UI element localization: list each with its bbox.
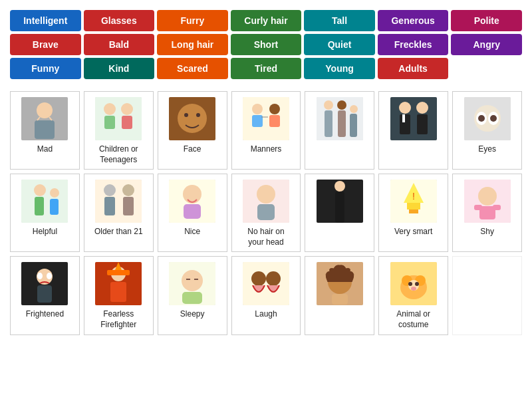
card-image-person_sad bbox=[21, 97, 68, 140]
svg-rect-7 bbox=[104, 116, 115, 129]
svg-rect-54 bbox=[257, 204, 275, 220]
card-label: Face bbox=[184, 144, 201, 155]
tag-short[interactable]: Short bbox=[231, 34, 302, 55]
card-face[interactable]: Face bbox=[158, 91, 227, 170]
tag-furry[interactable]: Furry bbox=[157, 10, 228, 31]
card-tall_people[interactable] bbox=[305, 91, 374, 170]
svg-point-45 bbox=[104, 184, 116, 196]
svg-point-56 bbox=[334, 181, 345, 192]
svg-point-79 bbox=[182, 270, 203, 291]
card-image-laugh bbox=[243, 262, 289, 305]
tag-bald[interactable]: Bald bbox=[84, 34, 155, 55]
card-animal[interactable]: Animal or costume bbox=[378, 256, 448, 334]
card-laugh[interactable]: Laugh bbox=[231, 256, 301, 334]
tag-scared[interactable]: Scared bbox=[157, 58, 228, 79]
svg-rect-44 bbox=[95, 180, 142, 223]
svg-point-11 bbox=[178, 104, 207, 133]
tag-curly-hair[interactable]: Curly hair bbox=[231, 10, 302, 31]
tag-tired[interactable]: Tired bbox=[231, 58, 302, 79]
svg-point-47 bbox=[122, 184, 134, 196]
card-label: Older than 21 bbox=[94, 227, 143, 237]
card-image-helpful bbox=[21, 180, 68, 223]
tag-glasses[interactable]: Glasses bbox=[84, 10, 155, 31]
svg-rect-27 bbox=[390, 97, 437, 140]
card-bald_person[interactable]: No hair on your head bbox=[231, 174, 301, 252]
tag-funny[interactable]: Funny bbox=[10, 58, 81, 79]
tag-adults[interactable]: Adults bbox=[378, 58, 449, 79]
card-label: Fearless Firefighter bbox=[100, 309, 136, 330]
card-image-eyes bbox=[464, 97, 511, 140]
card-very_smart[interactable]: !Very smart bbox=[378, 174, 448, 252]
tag-kind[interactable]: Kind bbox=[84, 58, 155, 79]
tags-container: IntelligentGlassesFurryCurly hairTallGen… bbox=[10, 10, 522, 79]
svg-point-94 bbox=[408, 282, 412, 286]
svg-point-12 bbox=[184, 113, 188, 117]
card-children[interactable]: Children or Teenagers bbox=[84, 91, 154, 170]
card-firefighter[interactable]: Fearless Firefighter bbox=[84, 256, 154, 334]
card-image-formal_people bbox=[390, 97, 437, 140]
card-curly_hair_person[interactable] bbox=[305, 256, 374, 334]
svg-rect-76 bbox=[107, 270, 130, 275]
tag-brave[interactable]: Brave bbox=[10, 34, 81, 55]
svg-rect-75 bbox=[110, 282, 126, 302]
svg-point-13 bbox=[196, 113, 200, 117]
svg-text:!: ! bbox=[412, 191, 415, 201]
card-image-older bbox=[95, 180, 142, 223]
card-sleepy[interactable]: Sleepy bbox=[158, 256, 227, 334]
svg-point-15 bbox=[252, 104, 263, 114]
svg-point-25 bbox=[350, 105, 358, 113]
tag-polite[interactable]: Polite bbox=[451, 10, 522, 31]
svg-rect-5 bbox=[95, 97, 142, 140]
image-grid: MadChildren or TeenagersFaceMannersEyesH… bbox=[10, 91, 522, 335]
card-image-frightened bbox=[21, 262, 68, 305]
svg-point-72 bbox=[47, 273, 52, 279]
tag-long-hair[interactable]: Long hair bbox=[157, 34, 228, 55]
svg-rect-41 bbox=[35, 197, 44, 215]
svg-point-17 bbox=[269, 104, 280, 114]
svg-rect-24 bbox=[338, 110, 346, 137]
svg-rect-9 bbox=[122, 116, 132, 129]
svg-point-64 bbox=[478, 187, 497, 205]
card-image-children bbox=[95, 97, 142, 140]
card-helpful[interactable]: Helpful bbox=[10, 174, 80, 252]
svg-rect-51 bbox=[184, 204, 201, 219]
svg-rect-88 bbox=[332, 294, 348, 305]
card-frightened[interactable]: Frightened bbox=[10, 256, 80, 334]
tag-tall[interactable]: Tall bbox=[304, 10, 375, 31]
card-shy[interactable]: Shy bbox=[452, 174, 522, 252]
tag-generous[interactable]: Generous bbox=[378, 10, 449, 31]
svg-rect-60 bbox=[407, 203, 420, 209]
card-formal_people[interactable] bbox=[378, 91, 448, 170]
svg-rect-46 bbox=[104, 197, 115, 215]
svg-rect-80 bbox=[182, 292, 202, 304]
card-label: Animal or costume bbox=[396, 309, 430, 330]
tag-angry[interactable]: Angry bbox=[451, 34, 522, 55]
card-label: Shy bbox=[480, 227, 494, 237]
svg-rect-67 bbox=[493, 205, 501, 210]
card-nice_kid[interactable]: Nice bbox=[158, 174, 227, 252]
svg-point-23 bbox=[337, 100, 346, 110]
svg-point-71 bbox=[37, 273, 43, 279]
svg-rect-70 bbox=[37, 285, 52, 303]
card-image-tall_people bbox=[317, 97, 363, 140]
tag-intelligent[interactable]: Intelligent bbox=[10, 10, 81, 31]
card-person_sad[interactable]: Mad bbox=[10, 91, 80, 170]
card-label: Manners bbox=[251, 144, 282, 155]
tag-quiet[interactable]: Quiet bbox=[304, 34, 375, 55]
card-image-sleepy bbox=[169, 262, 215, 305]
card-label: Laugh bbox=[255, 309, 277, 320]
card-label: Very smart bbox=[394, 227, 432, 237]
card-long_hair[interactable] bbox=[305, 174, 374, 252]
card-older[interactable]: Older than 21 bbox=[84, 174, 154, 252]
svg-rect-30 bbox=[402, 114, 405, 122]
svg-rect-66 bbox=[474, 205, 482, 210]
card-eyes[interactable]: Eyes bbox=[452, 91, 522, 170]
card-manners[interactable]: Manners bbox=[231, 91, 301, 170]
tag-freckles[interactable]: Freckles bbox=[378, 34, 449, 55]
card-image-bald_person bbox=[243, 180, 289, 223]
card-image-very_smart: ! bbox=[390, 180, 437, 223]
tag-young[interactable]: Young bbox=[304, 58, 375, 79]
svg-rect-18 bbox=[269, 115, 280, 127]
svg-rect-26 bbox=[350, 114, 357, 137]
svg-point-21 bbox=[324, 100, 333, 110]
